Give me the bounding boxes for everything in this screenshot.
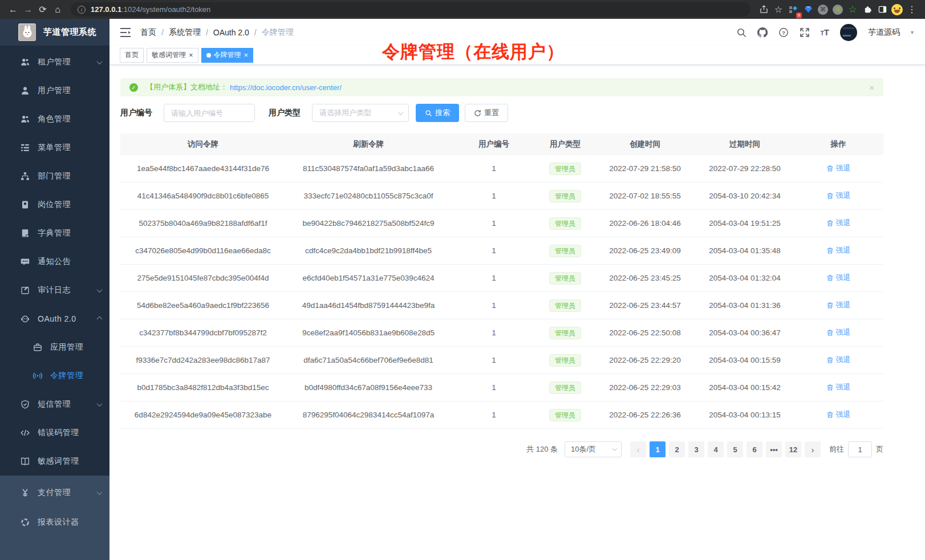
cell-created: 2022-06-25 22:50:08 [594, 328, 696, 337]
alert-doc-link[interactable]: https://doc.iocoder.cn/user-center/ [230, 83, 342, 92]
address-bar[interactable]: i 127.0.0.1:1024/system/oauth2/token [71, 2, 750, 17]
reload-icon[interactable]: ⟳ [35, 2, 50, 17]
cell-created: 2022-06-25 23:44:57 [594, 301, 696, 310]
force-logout-button[interactable]: 强退 [826, 218, 851, 228]
force-logout-label: 强退 [836, 355, 851, 365]
sidebar-item-role[interactable]: 角色管理 [0, 105, 109, 133]
force-logout-button[interactable]: 强退 [826, 273, 851, 283]
page-button[interactable]: 5 [727, 441, 743, 457]
prev-page-button[interactable]: ‹ [630, 441, 646, 457]
sidebar-item-post[interactable]: 岗位管理 [0, 190, 109, 219]
chevron-down-icon [97, 287, 103, 293]
force-logout-button[interactable]: 强退 [826, 163, 851, 173]
sidebar-item-sms[interactable]: 短信管理 [0, 390, 109, 419]
tab-item[interactable]: 首页 [120, 48, 144, 63]
browser-menu-icon[interactable]: ⋮ [904, 2, 919, 17]
sidebar-item-dept[interactable]: 部门管理 [0, 162, 109, 190]
profile-emoji-icon[interactable] [890, 2, 904, 17]
page-button[interactable]: 3 [688, 441, 704, 457]
collapse-sidebar-icon[interactable] [120, 27, 131, 38]
search-icon[interactable] [736, 27, 747, 38]
tab-item[interactable]: 敏感词管理× [147, 48, 198, 63]
share-icon[interactable] [756, 2, 771, 17]
force-logout-label: 强退 [836, 218, 851, 228]
sidebar-item-sensitive-word[interactable]: 敏感词管理 [0, 447, 109, 476]
home-icon[interactable]: ⌂ [50, 2, 65, 17]
browser-toolbar: ← → ⟳ ⌂ i 127.0.0.1:1024/system/oauth2/t… [0, 0, 925, 19]
sidebar-item-pay[interactable]: 支付管理 [0, 478, 109, 508]
next-page-button[interactable]: › [805, 441, 821, 457]
sidebar-item-user[interactable]: 用户管理 [0, 76, 109, 105]
sidebar-item-label: 用户管理 [38, 86, 102, 96]
user-type-tag: 管理员 [549, 163, 581, 175]
extension-grid-icon[interactable]: 9 [786, 2, 801, 17]
help-icon[interactable]: ? [778, 27, 789, 38]
cell-expires: 2054-03-04 00:15:59 [696, 356, 793, 364]
font-size-icon[interactable]: TT [821, 27, 829, 37]
breadcrumb-item[interactable]: 首页 [140, 27, 156, 38]
dot-extension-icon[interactable] [830, 2, 845, 17]
force-logout-button[interactable]: 强退 [826, 327, 851, 338]
dict-book-icon [21, 229, 30, 238]
back-icon[interactable]: ← [6, 2, 21, 17]
forward-icon[interactable]: → [21, 2, 35, 17]
breadcrumb: 首页/系统管理/OAuth 2.0/令牌管理 [140, 27, 294, 38]
sidebar-item-label: 部门管理 [38, 171, 102, 181]
sidebar-item-label: OAuth 2.0 [38, 314, 98, 323]
sidebar-item-error-code[interactable]: 错误码管理 [0, 419, 109, 447]
sidebar-item-tenant[interactable]: 租户管理 [0, 48, 109, 76]
user-type-tag: 管理员 [549, 354, 581, 367]
page-button[interactable]: 2 [669, 441, 685, 457]
chevron-down-icon [97, 489, 103, 495]
reset-button[interactable]: 重置 [465, 104, 508, 122]
alert-close-icon[interactable]: × [869, 83, 874, 92]
cell-action: 强退 [793, 218, 883, 229]
sidebar-toggle-icon[interactable] [875, 2, 890, 17]
more-pages-button[interactable]: ••• [766, 441, 782, 457]
cell-refresh: be90422b8c7946218275a508bf524fc9 [286, 219, 451, 228]
sidebar-item-report-designer[interactable]: 报表设计器 [0, 508, 109, 537]
force-logout-button[interactable]: 强退 [826, 409, 851, 420]
sidebar-item-oauth2-token[interactable]: 令牌管理 [0, 362, 109, 390]
force-logout-label: 强退 [836, 190, 851, 201]
page-size-select[interactable]: 10条/页 [565, 441, 622, 457]
user-type-select[interactable]: 请选择用户类型 [312, 104, 409, 122]
close-icon[interactable]: × [244, 51, 249, 59]
command-extension-icon[interactable]: ⌘ [816, 2, 830, 17]
goto-page-input[interactable] [848, 441, 872, 457]
force-logout-button[interactable]: 强退 [826, 190, 851, 201]
sidebar-item-menu[interactable]: 菜单管理 [0, 133, 109, 162]
breadcrumb-item[interactable]: 系统管理 [169, 27, 201, 38]
sidebar-item-oauth2-app[interactable]: 应用管理 [0, 333, 109, 362]
page-button[interactable]: 1 [650, 441, 666, 457]
tab-active[interactable]: 令牌管理× [201, 48, 254, 63]
breadcrumb-item[interactable]: OAuth 2.0 [213, 28, 249, 37]
user-id-input[interactable] [164, 104, 255, 122]
close-icon[interactable]: × [189, 51, 193, 59]
page-button[interactable]: 6 [747, 441, 762, 457]
user-name[interactable]: 芋道源码 [868, 27, 900, 38]
user-menu-caret-icon[interactable]: ▾ [911, 29, 914, 35]
force-logout-button[interactable]: 强退 [826, 355, 851, 365]
star-extension-icon[interactable]: ☆ [845, 2, 860, 17]
fullscreen-icon[interactable] [800, 27, 810, 38]
sidebar-item-dict[interactable]: 字典管理 [0, 219, 109, 247]
force-logout-button[interactable]: 强退 [826, 300, 851, 310]
puzzle-extensions-icon[interactable] [860, 2, 875, 17]
sidebar-item-oauth2[interactable]: OAuth 2.0 [0, 305, 109, 333]
sidebar-item-audit-log[interactable]: 审计日志 [0, 276, 109, 305]
cell-user_id: 1 [451, 164, 537, 173]
gem-extension-icon[interactable] [801, 2, 816, 17]
github-icon[interactable] [757, 27, 768, 38]
page-button[interactable]: 4 [708, 441, 724, 457]
bookmark-star-icon[interactable]: ☆ [771, 2, 786, 17]
avatar[interactable] [840, 24, 857, 41]
sidebar-item-notice[interactable]: 通知公告 [0, 247, 109, 276]
page-button[interactable]: 12 [785, 441, 801, 457]
cell-created: 2022-06-25 22:29:20 [594, 356, 696, 364]
force-logout-button[interactable]: 强退 [826, 245, 851, 255]
search-button[interactable]: 搜索 [416, 104, 459, 122]
sidebar-item-label: 租户管理 [38, 57, 98, 67]
force-logout-button[interactable]: 强退 [826, 382, 851, 392]
site-info-icon[interactable]: i [78, 6, 86, 14]
